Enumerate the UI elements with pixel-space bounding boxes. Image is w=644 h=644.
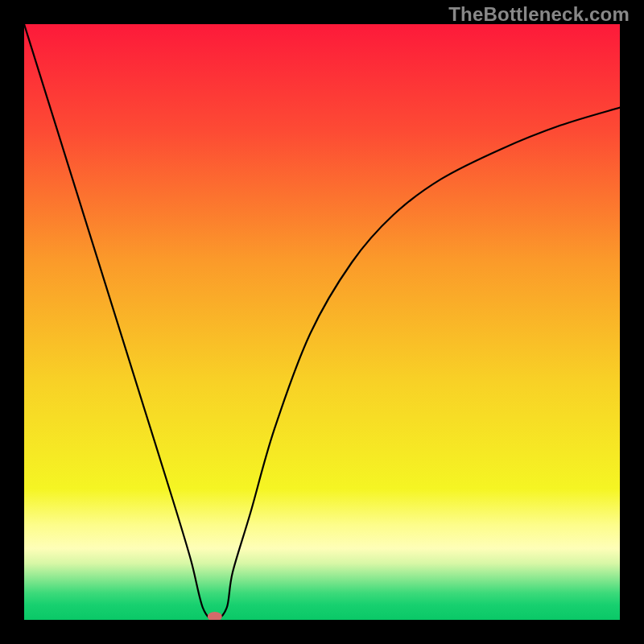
watermark-text: TheBottleneck.com xyxy=(448,3,630,26)
plot-area xyxy=(24,24,620,620)
gradient-background xyxy=(24,24,620,620)
chart-frame: TheBottleneck.com xyxy=(0,0,644,644)
bottleneck-chart xyxy=(24,24,620,620)
